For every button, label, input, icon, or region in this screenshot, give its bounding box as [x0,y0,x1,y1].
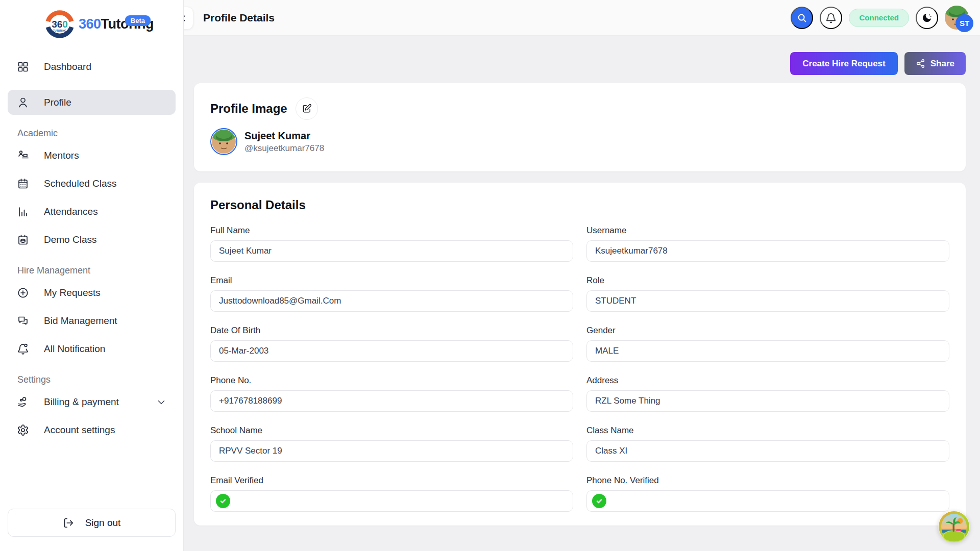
sidebar-section-hire-management: Hire Management [17,265,183,276]
moon-stars-icon [921,12,933,23]
field-class-name: Class Name [586,425,949,462]
top-header: Profile Details Connected ST [184,0,980,36]
demo-class-calendar-icon [16,233,30,246]
sidebar-item-label: Scheduled Class [44,178,117,189]
beta-badge: Beta [125,15,151,26]
phone-verified-box [586,490,949,512]
search-button[interactable] [791,7,813,29]
initials-badge: ST [955,14,973,32]
profile-handle: @ksujeetkumar7678 [244,143,324,154]
avatar-image [212,130,236,154]
gender-input[interactable] [586,340,949,362]
field-email: Email [210,276,573,312]
sidebar-item-profile[interactable]: Profile [8,90,176,115]
edit-pencil-icon [302,104,312,114]
chat-bubbles-icon [16,314,30,328]
date-of-birth-input[interactable] [210,340,573,362]
svg-text:360: 360 [52,19,68,30]
sidebar: 360 TUTORING 360Tutoring Beta Dashboard … [0,0,184,551]
sidebar-item-label: Profile [44,97,71,108]
sidebar-item-attendances[interactable]: Attendances [8,199,176,224]
field-label: Email [210,276,573,286]
island-floating-button[interactable] [938,511,970,542]
mentor-person-icon [16,149,30,162]
field-address: Address [586,375,949,412]
sidebar-item-label: Mentors [44,150,79,161]
sidebar-item-scheduled-class[interactable]: Scheduled Class [8,171,176,196]
header-actions: Connected ST [791,6,969,30]
sidebar-item-label: Attendances [44,206,98,217]
sign-out-button[interactable]: Sign out [8,509,176,537]
sidebar-item-mentors[interactable]: Mentors [8,143,176,168]
email-input[interactable] [210,290,573,312]
personal-details-title: Personal Details [210,198,949,212]
sidebar-item-bid-management[interactable]: Bid Management [8,308,176,333]
sidebar-item-account-settings[interactable]: Account settings [8,417,176,442]
logo-360-icon: 360 TUTORING [45,9,75,39]
plus-circle-icon [16,286,30,299]
user-icon [16,96,30,109]
address-input[interactable] [586,390,949,412]
field-label: Class Name [586,425,949,436]
bar-chart-icon [16,205,30,218]
field-phone-verified: Phone No. Verified [586,475,949,512]
field-label: Full Name [210,226,573,236]
sidebar-section-academic: Academic [17,128,183,139]
class-name-input[interactable] [586,440,949,462]
sidebar-item-my-requests[interactable]: My Requests [8,280,176,305]
field-label: Role [586,276,949,286]
phone-input[interactable] [210,390,573,412]
field-email-verified: Email Verified [210,475,573,512]
sidebar-item-label: Demo Class [44,234,96,245]
sign-out-label: Sign out [85,517,121,529]
sidebar-item-dashboard[interactable]: Dashboard [8,54,176,79]
full-name-input[interactable] [210,240,573,262]
connected-status-badge: Connected [849,9,909,27]
edit-profile-image-button[interactable] [296,97,318,120]
profile-avatar[interactable] [210,128,237,155]
school-name-input[interactable] [210,440,573,462]
personal-details-card: Personal Details Full Name Username Emai… [194,183,966,525]
share-button[interactable]: Share [904,52,966,75]
sidebar-section-settings: Settings [17,374,183,385]
logout-icon [63,517,74,529]
sidebar-item-demo-class[interactable]: Demo Class [8,227,176,252]
username-input[interactable] [586,240,949,262]
sidebar-item-label: All Notification [44,343,105,355]
field-label: School Name [210,425,573,436]
page-actions: Create Hire Request Share [194,52,966,75]
user-avatar[interactable]: ST [945,6,969,30]
sidebar-item-label: My Requests [44,287,101,298]
field-label: Email Verified [210,475,573,486]
sidebar-nav: Dashboard Profile Academic Mentors Sched… [0,44,183,442]
gear-icon [16,423,30,437]
notifications-button[interactable] [820,7,842,29]
tropical-island-icon [938,511,970,542]
dark-mode-toggle[interactable] [916,7,938,29]
bell-icon [825,12,837,23]
field-full-name: Full Name [210,226,573,262]
sidebar-item-label: Billing & payment [44,396,119,408]
field-label: Phone No. [210,375,573,386]
field-role: Role [586,276,949,312]
search-icon [796,12,807,23]
verified-check-icon [592,494,606,508]
email-verified-box [210,490,573,512]
sidebar-item-billing-payment[interactable]: Billing & payment [8,389,176,414]
role-input[interactable] [586,290,949,312]
profile-image-card: Profile Image Sujeet Kumar @ksujeetkumar… [194,83,966,171]
field-label: Date Of Birth [210,325,573,336]
sidebar-item-all-notification[interactable]: All Notification [8,336,176,361]
sidebar-item-label: Bid Management [44,315,117,327]
chevron-down-icon[interactable] [156,396,167,408]
field-label: Gender [586,325,949,336]
dashboard-grid-icon [16,60,30,73]
field-label: Phone No. Verified [586,475,949,486]
brand-logo[interactable]: 360 TUTORING 360Tutoring Beta [0,0,183,44]
create-hire-request-button[interactable]: Create Hire Request [790,52,898,75]
profile-name: Sujeet Kumar [244,130,324,142]
field-date-of-birth: Date Of Birth [210,325,573,362]
bell-dot-icon [16,342,30,356]
calendar-icon [16,177,30,190]
personal-details-grid: Full Name Username Email Role Date Of Bi… [210,226,949,512]
